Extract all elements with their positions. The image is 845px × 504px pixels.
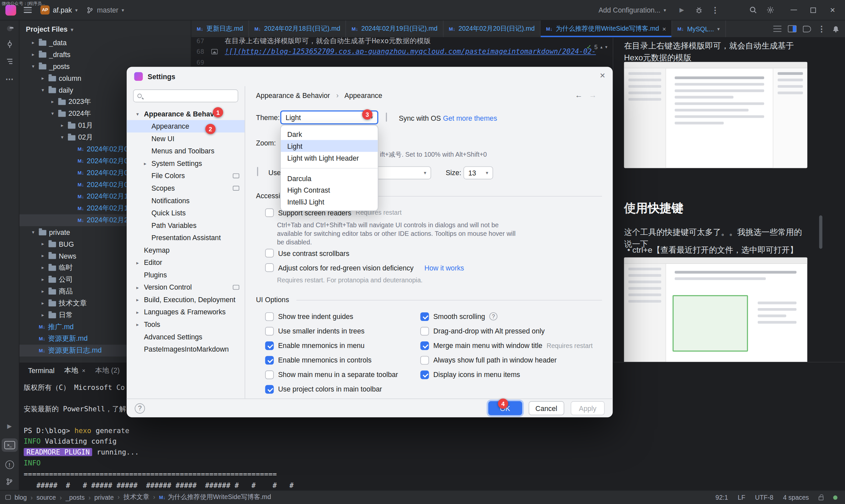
contrast-scrollbars-row[interactable]: Use contrast scrollbars [265, 249, 349, 257]
preview-only-layout-icon[interactable] [803, 26, 811, 32]
editor-tab[interactable]: M↓ MySQL... × ▾ [672, 20, 726, 37]
settings-tree-item[interactable]: Notifications [127, 194, 245, 207]
editor-tab[interactable]: M↓ 2024年02月18日(日记).md × ▾ [249, 20, 346, 37]
checkbox[interactable] [265, 326, 274, 335]
search-everywhere-icon[interactable] [747, 4, 759, 16]
split-preview-layout-icon[interactable] [788, 25, 796, 32]
structure-tool-icon[interactable] [5, 57, 14, 66]
branch-widget[interactable]: master ▾ [86, 6, 124, 14]
settings-tree-item[interactable]: Languages & Frameworks [127, 306, 245, 318]
run-tool-icon[interactable]: ▶ [7, 423, 12, 430]
project-widget[interactable]: AP af.pak ▾ [40, 5, 77, 15]
breadcrumb[interactable]: blog source _posts private 技术文章 M↓为什么推荐使… [15, 493, 271, 502]
theme-option[interactable]: Darcula [281, 172, 378, 184]
checkbox-row[interactable]: Use project colors in main toolbar ? [265, 382, 398, 396]
theme-option[interactable]: Dark [281, 128, 378, 140]
window-close-icon[interactable]: × [827, 4, 839, 16]
checkbox[interactable] [420, 326, 429, 335]
window-maximize-icon[interactable] [807, 4, 819, 16]
theme-option[interactable]: Light [281, 140, 378, 152]
checkbox[interactable] [265, 263, 274, 272]
dialog-close-icon[interactable]: × [600, 71, 605, 82]
notifications-bell-icon[interactable] [832, 25, 840, 33]
checkbox[interactable] [265, 385, 274, 394]
settings-tree-item[interactable]: Presentation Assistant [127, 232, 245, 244]
image-gutter-icon[interactable] [211, 49, 218, 54]
checkbox[interactable] [265, 209, 274, 217]
editor-tab[interactable]: M↓ 为什么推荐使用WriteSide写博客.md × ▾ [541, 20, 672, 37]
back-arrow-icon[interactable]: ← [575, 90, 583, 99]
checkbox[interactable] [265, 370, 274, 379]
settings-tree-item[interactable]: Menus and Toolbars [127, 145, 245, 157]
close-icon[interactable]: × [82, 367, 86, 374]
theme-option[interactable]: IntelliJ Light [281, 196, 378, 208]
settings-tree-item[interactable]: Path Variables [127, 219, 245, 232]
editor-tab[interactable]: M↓ 2024年02月19日(日记).md × ▾ [346, 20, 444, 37]
checkbox[interactable] [420, 370, 429, 379]
markdown-image-link[interactable]: ![](http://blog-1253652709.cos.ap-guangz… [225, 48, 596, 55]
version-control-tool-icon[interactable] [5, 478, 13, 486]
settings-tree-item[interactable]: Appearance [127, 120, 245, 132]
caret-position[interactable]: 92:1 [715, 493, 728, 501]
checkbox[interactable] [420, 312, 429, 321]
checkbox-row[interactable]: Merge main menu with window title Requir… [420, 338, 593, 353]
project-tree-item[interactable]: M↓ _data [19, 37, 191, 49]
settings-search-field[interactable] [133, 89, 238, 102]
terminal-tool-icon[interactable]: >_ [1, 438, 17, 452]
checkbox[interactable] [420, 356, 429, 364]
forward-arrow-icon[interactable]: → [589, 90, 596, 99]
prev-problem-icon[interactable]: ▴ [600, 44, 603, 50]
settings-tree-item[interactable]: Version Control [127, 281, 245, 293]
settings-tree-item[interactable]: New UI [127, 132, 245, 145]
project-view-selector[interactable]: Project Files ▾ [19, 20, 191, 37]
red-green-row[interactable]: Adjust colors for red-green vision defic… [265, 263, 464, 272]
checkbox[interactable] [420, 341, 429, 349]
editor-tab[interactable]: M↓ 更新日志.md × ▾ [191, 20, 249, 37]
terminal-tab-local[interactable]: 本地 × [64, 366, 85, 375]
checkbox-row[interactable]: Drag-and-drop with Alt pressed only ? [420, 324, 593, 338]
font-size-combobox[interactable]: 13 ▾ [463, 166, 493, 179]
how-it-works-link[interactable]: How it works [424, 264, 464, 271]
checkbox-row[interactable]: Smooth scrolling ? [420, 309, 593, 324]
help-icon[interactable]: ? [135, 403, 145, 413]
problems-tool-icon[interactable]: ! [5, 461, 14, 469]
checkbox-row[interactable]: Always show full path in window header ? [420, 353, 593, 367]
settings-tree-item[interactable]: System Settings [127, 157, 245, 170]
checkbox[interactable] [265, 249, 274, 257]
settings-tree-item[interactable]: Plugins [127, 269, 245, 281]
checkbox[interactable] [265, 312, 274, 321]
theme-option[interactable]: High Contrast [281, 184, 378, 196]
preview-scrollbar[interactable] [819, 215, 823, 249]
debug-icon[interactable] [693, 4, 705, 16]
settings-tree-item[interactable]: Scopes [127, 182, 245, 195]
help-icon[interactable]: ? [490, 312, 497, 320]
more-tools-icon[interactable]: ⋯ [5, 74, 13, 84]
theme-option[interactable]: Light with Light Header [281, 152, 378, 164]
terminal-tab-local-2[interactable]: 本地 (2) [95, 366, 120, 375]
checkbox-row[interactable]: Enable mnemonics in menu ? [265, 338, 398, 353]
run-icon[interactable]: ▶ [676, 4, 688, 16]
checkbox-row[interactable]: Show main menu in a separate toolbar ? [265, 367, 398, 382]
settings-tree-item[interactable]: Keymap [127, 244, 245, 257]
settings-tree-item[interactable]: Quick Lists [127, 207, 245, 219]
settings-tree-item[interactable]: PasteImagesIntoMarkdown [127, 343, 245, 356]
close-tab-icon[interactable]: × [663, 25, 666, 33]
use-custom-font-checkbox[interactable] [257, 167, 258, 176]
project-tree-item[interactable]: M↓ _drafts [19, 49, 191, 60]
commit-tool-icon[interactable] [5, 40, 14, 49]
checkbox[interactable] [265, 341, 274, 349]
apply-button[interactable]: Apply [571, 401, 605, 415]
settings-tree-item[interactable]: Build, Execution, Deployment [127, 293, 245, 306]
run-configuration-selector[interactable]: Add Configuration... ▾ [598, 6, 666, 14]
settings-tree-item[interactable]: File Colors [127, 169, 245, 182]
line-ending[interactable]: LF [738, 493, 745, 501]
readonly-lock-icon[interactable] [818, 496, 824, 500]
more-icon[interactable]: ⋮ [817, 24, 826, 34]
status-indicator-dot[interactable] [833, 495, 838, 499]
editor-tab[interactable]: M↓ 2024年02月20日(日记).md × ▾ [443, 20, 541, 37]
checkbox-row[interactable]: Display icons in menu items ? [420, 367, 593, 382]
settings-tree-item[interactable]: Appearance & Behavi [127, 108, 245, 120]
settings-gear-icon[interactable] [764, 4, 776, 16]
next-problem-icon[interactable]: ▾ [605, 44, 608, 50]
settings-tree-item[interactable]: Editor [127, 256, 245, 269]
